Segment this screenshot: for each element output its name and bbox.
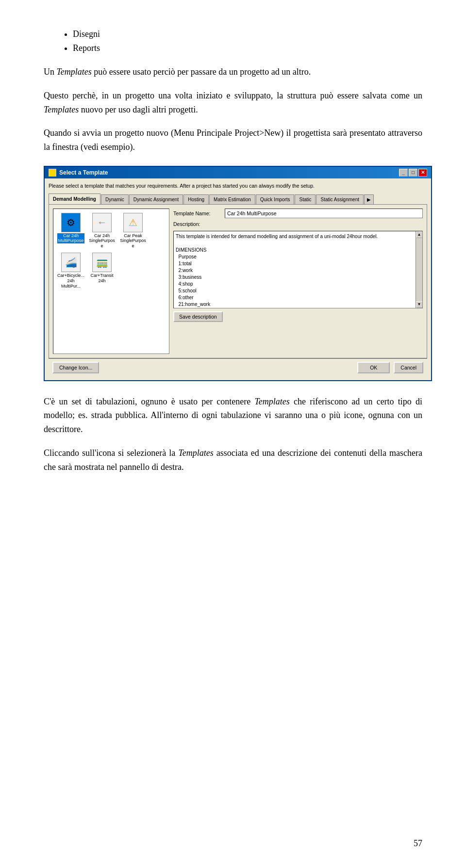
paragraph-1: Un Templates può essere usato perciò per… xyxy=(44,65,422,79)
warning-icon: ⚠ xyxy=(129,217,137,228)
dialog-titlebar-icon xyxy=(49,169,56,177)
dialog-instruction: Please select a template that matches yo… xyxy=(49,182,427,190)
tab-matrix-estimation[interactable]: Matrix Estimation xyxy=(209,194,255,204)
description-box: This template is intended for demand mod… xyxy=(173,231,423,308)
dialog-action-buttons: OK Cancel xyxy=(357,362,423,373)
template-car-transit-24h[interactable]: 🚃 Car+Transit24h xyxy=(88,253,116,289)
template-car-peak-singlepurpose[interactable]: ⚠ Car PeakSinglePurpose xyxy=(119,213,147,249)
gear-icon: ⚙ xyxy=(67,217,75,228)
template-icon-car-peak-singlepurpose-img: ⚠ xyxy=(123,213,143,232)
tab-demand-modelling[interactable]: Demand Modelling xyxy=(49,193,100,204)
paragraph-2: Questo perchè, in un progetto una volta … xyxy=(44,89,422,117)
template-label-car-transit: Car+Transit24h xyxy=(88,273,116,284)
dialog-main-content: ⚙ Car 24hMultiPurpose ← Car 24hSinglePur… xyxy=(49,204,427,358)
paragraph-4: C'è un set di tabulazioni, ognuno è usat… xyxy=(44,395,422,436)
arrow-icon: ← xyxy=(97,217,107,228)
cancel-button[interactable]: Cancel xyxy=(394,362,423,373)
template-icon-car-24h-singlepurpose-img: ← xyxy=(92,213,112,232)
minimize-button[interactable]: _ xyxy=(399,169,408,177)
tab-static-assignment[interactable]: Static Assignment xyxy=(316,194,363,204)
tram-icon: 🚃 xyxy=(96,257,108,268)
close-button[interactable]: ✕ xyxy=(418,169,427,177)
page-number: 57 xyxy=(414,838,422,849)
dialog-title-area: Select a Template xyxy=(49,169,108,177)
maximize-button[interactable]: □ xyxy=(409,169,417,177)
tab-hosting[interactable]: Hosting xyxy=(183,194,209,204)
bullet-item-disegni: Disegni xyxy=(73,29,422,39)
tab-static[interactable]: Static xyxy=(295,194,316,204)
template-label-car-24h-multipurpose: Car 24hMultiPurpose xyxy=(57,233,84,244)
dialog-body: Please select a template that matches yo… xyxy=(45,178,431,380)
template-car-24h-multipurpose[interactable]: ⚙ Car 24hMultiPurpose xyxy=(57,213,84,249)
tab-bar: Demand Modelling Dynamic Dynamic Assignm… xyxy=(49,193,427,204)
bullet-item-reports: Reports xyxy=(73,43,422,53)
template-label-car-24h-singlepurpose: Car 24hSinglePurpose xyxy=(88,233,116,249)
paragraph-5: Cliccando sull'icona si selezionerà la T… xyxy=(44,446,422,474)
tab-dynamic[interactable]: Dynamic xyxy=(101,194,129,204)
template-name-row: Template Name: xyxy=(173,209,423,218)
template-car-24h-singlepurpose[interactable]: ← Car 24hSinglePurpose xyxy=(88,213,116,249)
template-name-input[interactable] xyxy=(225,209,423,218)
template-icon-car-24h-multipurpose-img: ⚙ xyxy=(61,213,81,232)
save-description-button-container: Save description xyxy=(173,311,423,322)
tab-dynamic-assignment[interactable]: Dynamic Assignment xyxy=(129,194,183,204)
train-icon: 🚄 xyxy=(65,257,77,268)
paragraph-3: Quando si avvia un progetto nuovo (Menu … xyxy=(44,126,422,154)
template-name-label: Template Name: xyxy=(173,210,222,216)
template-label-car-bicycle: Car+Bicycle...24h MultiPur... xyxy=(57,273,84,289)
description-text: This template is intended for demand mod… xyxy=(176,233,414,308)
dialog-title: Select a Template xyxy=(59,169,108,176)
bullet-list: Disegni Reports xyxy=(73,29,422,53)
dialog-bottom-bar: Change Icon... OK Cancel xyxy=(49,358,427,376)
tab-scroll-right[interactable]: ▶ xyxy=(364,194,374,204)
save-description-button[interactable]: Save description xyxy=(173,311,223,322)
template-detail-panel: Template Name: Description: This templat… xyxy=(173,209,423,354)
template-icon-panel: ⚙ Car 24hMultiPurpose ← Car 24hSinglePur… xyxy=(53,209,169,354)
dialog-titlebar: Select a Template _ □ ✕ xyxy=(45,167,431,178)
change-icon-button[interactable]: Change Icon... xyxy=(52,362,99,373)
select-template-dialog: Select a Template _ □ ✕ Please select a … xyxy=(44,166,432,381)
template-icon-car-transit-img: 🚃 xyxy=(92,253,112,272)
dialog-window-controls: _ □ ✕ xyxy=(399,169,427,177)
ok-button[interactable]: OK xyxy=(357,362,390,373)
scroll-up-button[interactable]: ▲ xyxy=(416,231,423,238)
scroll-down-button[interactable]: ▼ xyxy=(416,301,423,308)
description-label: Description: xyxy=(173,221,423,227)
tab-quick-imports[interactable]: Quick Imports xyxy=(256,194,295,204)
template-label-car-peak-singlepurpose: Car PeakSinglePurpose xyxy=(119,233,147,249)
description-scrollbar: ▲ ▼ xyxy=(416,231,422,308)
template-icon-car-bicycle-img: 🚄 xyxy=(61,253,81,272)
template-car-bicycle-24h[interactable]: 🚄 Car+Bicycle...24h MultiPur... xyxy=(57,253,84,289)
